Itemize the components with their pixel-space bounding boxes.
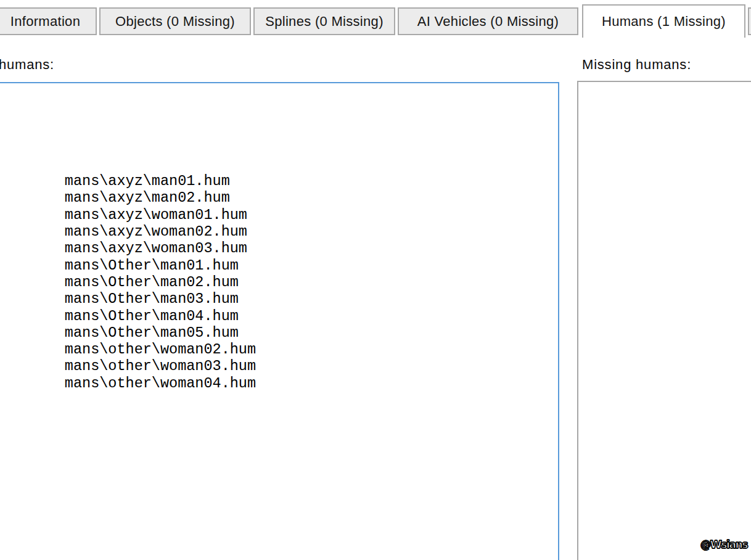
missing-humans-list	[578, 82, 751, 155]
tab-label: AI Vehicles (0 Missing)	[417, 14, 559, 30]
list-item-text: mans\Other\man02.hum	[65, 274, 239, 290]
tab-ai-vehicles-0-missing[interactable]: AI Vehicles (0 Missing)	[398, 7, 578, 35]
list-item-text: mans\Other\man03.hum	[65, 290, 239, 307]
watermark: @Wsians	[695, 538, 748, 554]
list-item[interactable]: mans\axyz\man01.hum	[0, 156, 558, 173]
tab-information[interactable]: Information	[0, 7, 97, 35]
tab-label: Information	[10, 14, 80, 30]
missing-humans-listbox[interactable]	[577, 81, 751, 560]
list-item-text: mans\Other\man04.hum	[65, 308, 239, 324]
list-item-text: mans\Other\man05.hum	[65, 324, 239, 341]
found-humans-listbox[interactable]: mans\axyz\man01.hum mans\axyz\man02.hum …	[0, 82, 559, 560]
found-humans-list: mans\axyz\man01.hum mans\axyz\man02.hum …	[0, 83, 558, 375]
tab-partial-clipped[interactable]	[748, 7, 751, 35]
tab-humans-1-missing[interactable]: Humans (1 Missing)	[582, 4, 745, 38]
tab-label: Splines (0 Missing)	[265, 14, 384, 30]
tab-splines-0-missing[interactable]: Splines (0 Missing)	[253, 7, 395, 35]
list-item-text: mans\axyz\woman01.hum	[65, 207, 247, 223]
tab-label: Humans (1 Missing)	[602, 14, 726, 30]
list-item-text: mans\axyz\man02.hum	[65, 189, 230, 206]
list-item-text: mans\axyz\woman02.hum	[65, 223, 247, 240]
missing-humans-label: Missing humans:	[582, 57, 691, 73]
tab-bar: Information Objects (0 Missing) Splines …	[0, 0, 751, 38]
found-humans-label: humans:	[0, 57, 54, 73]
list-item-text: mans\other\woman03.hum	[65, 358, 256, 374]
list-item-text: mans\other\woman04.hum	[65, 375, 256, 392]
list-item-text: mans\Other\man01.hum	[65, 257, 239, 274]
tab-label: Objects (0 Missing)	[115, 14, 235, 30]
list-item-text: mans\other\woman02.hum	[65, 341, 256, 358]
list-item-text: mans\axyz\woman03.hum	[65, 240, 247, 257]
tab-objects-0-missing[interactable]: Objects (0 Missing)	[99, 7, 251, 35]
list-item-text: mans\axyz\man01.hum	[65, 173, 230, 189]
